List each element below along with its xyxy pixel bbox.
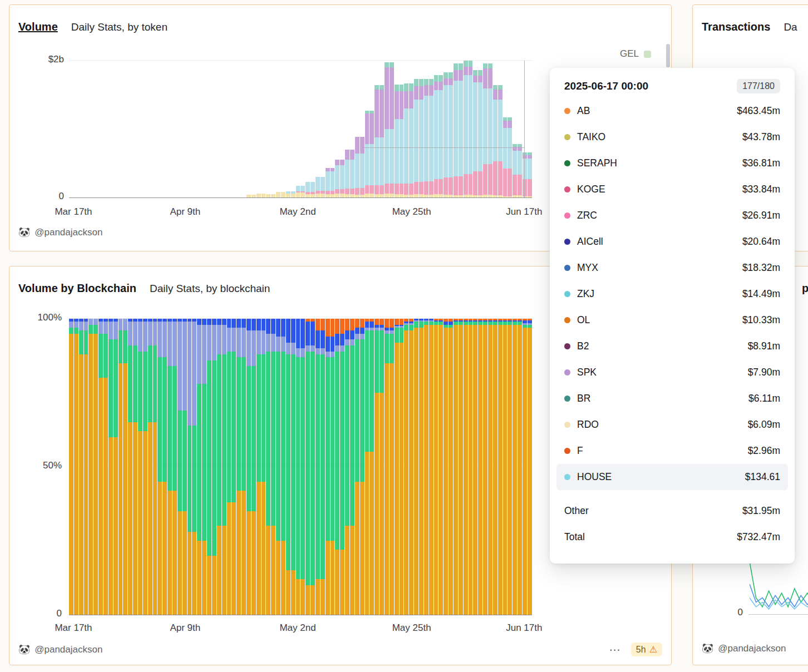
bar[interactable] [380,85,384,197]
more-options-icon[interactable]: ⋯ [609,647,621,653]
bar[interactable] [271,319,275,615]
bar[interactable] [473,319,477,615]
author-link[interactable]: 🐼 @pandajackson [702,643,786,654]
bar[interactable] [400,319,404,615]
bar[interactable] [252,195,256,197]
bar[interactable] [454,319,458,615]
bar[interactable] [340,319,344,615]
bar[interactable] [439,75,443,197]
bar[interactable] [350,150,354,197]
legend-scrollbar[interactable] [666,44,670,67]
bar[interactable] [148,319,152,615]
bar[interactable] [217,319,221,615]
bar[interactable] [128,319,132,615]
bar[interactable] [138,319,142,615]
bar[interactable] [296,186,300,197]
volume-blockchain-bars[interactable] [69,319,532,615]
bar[interactable] [300,186,305,197]
bar[interactable] [365,319,369,615]
bar[interactable] [321,177,325,197]
bar[interactable] [498,85,502,197]
bar[interactable] [291,319,295,615]
bar[interactable] [316,177,320,197]
bar[interactable] [414,319,418,615]
bar[interactable] [469,319,473,615]
bar[interactable] [414,79,418,197]
author-link[interactable]: 🐼 @pandajackson [18,226,102,238]
bar[interactable] [207,319,211,615]
bar[interactable] [247,195,251,197]
bar[interactable] [231,319,236,615]
bar[interactable] [178,319,182,615]
bar[interactable] [212,319,216,615]
bar[interactable] [321,319,325,615]
bar[interactable] [300,319,305,615]
bar[interactable] [404,83,408,197]
bar[interactable] [380,319,384,615]
bar[interactable] [162,319,167,615]
bar[interactable] [493,85,497,197]
bar[interactable] [335,319,339,615]
bar[interactable] [84,319,88,615]
bar[interactable] [395,319,399,615]
bar[interactable] [222,319,226,615]
bar[interactable] [523,319,527,615]
bar[interactable] [247,319,251,615]
bar[interactable] [459,63,463,197]
bar[interactable] [409,83,413,197]
bar[interactable] [464,61,468,197]
bar[interactable] [197,319,201,615]
bar[interactable] [340,160,344,197]
bar[interactable] [271,194,275,197]
bar[interactable] [266,319,270,615]
bar[interactable] [311,319,315,615]
bar[interactable] [306,182,310,197]
bar[interactable] [375,85,379,197]
bar[interactable] [429,79,433,197]
bar[interactable] [444,319,448,615]
bar[interactable] [369,319,374,615]
bar[interactable] [262,194,266,197]
bar[interactable] [331,319,335,615]
volume-token-bars[interactable] [69,61,532,197]
bar[interactable] [276,319,280,615]
bar[interactable] [133,319,137,615]
bar[interactable] [419,319,423,615]
bar[interactable] [93,319,98,615]
bar[interactable] [119,319,123,615]
bar[interactable] [513,144,517,197]
bar[interactable] [188,319,192,615]
bar[interactable] [409,319,413,615]
bar[interactable] [79,319,83,615]
bar[interactable] [493,319,497,615]
bar[interactable] [434,75,439,197]
bar[interactable] [444,72,448,197]
bar[interactable] [424,319,428,615]
bar[interactable] [513,319,517,615]
bar[interactable] [331,168,335,197]
bar[interactable] [202,319,206,615]
bar[interactable] [252,319,256,615]
bar[interactable] [88,319,93,615]
bar[interactable] [404,319,408,615]
bar[interactable] [355,319,359,615]
bar[interactable] [375,319,379,615]
bar[interactable] [528,152,532,197]
bar[interactable] [488,63,492,197]
bar[interactable] [286,319,290,615]
bar[interactable] [345,150,349,197]
bar[interactable] [503,117,508,197]
bar[interactable] [503,319,508,615]
bar[interactable] [350,319,354,615]
bar[interactable] [326,319,330,615]
bar[interactable] [104,319,108,615]
transactions-title-link[interactable]: Transactions [702,21,770,33]
bar[interactable] [281,192,285,197]
bar[interactable] [296,319,300,615]
bar[interactable] [257,319,261,615]
bar[interactable] [311,182,315,197]
bar[interactable] [281,319,285,615]
transactions-mini-chart[interactable] [750,560,808,613]
bar[interactable] [478,70,482,197]
bar[interactable] [167,319,172,615]
